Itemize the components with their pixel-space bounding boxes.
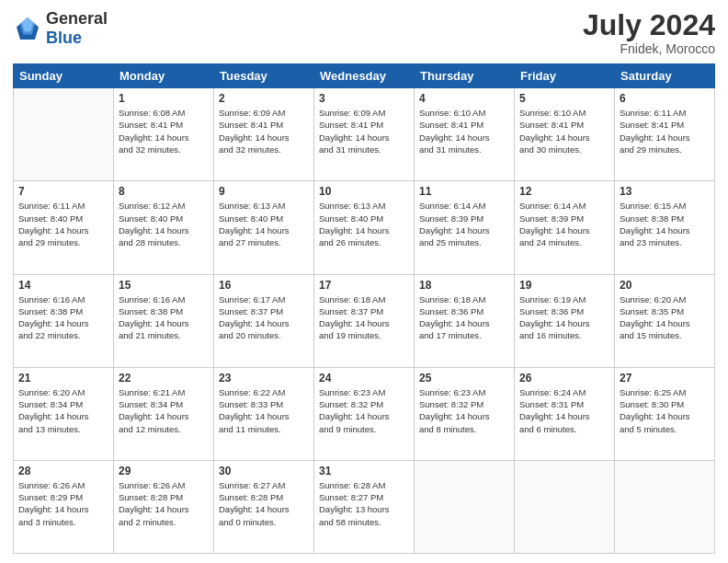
calendar-cell: 29Sunrise: 6:26 AM Sunset: 8:28 PM Dayli… <box>114 460 214 553</box>
calendar-cell: 2Sunrise: 6:09 AM Sunset: 8:41 PM Daylig… <box>214 88 314 181</box>
day-info: Sunrise: 6:25 AM Sunset: 8:30 PM Dayligh… <box>620 386 710 435</box>
day-number: 23 <box>219 372 309 385</box>
day-info: Sunrise: 6:16 AM Sunset: 8:38 PM Dayligh… <box>18 293 108 342</box>
day-number: 8 <box>119 185 209 198</box>
calendar-cell: 3Sunrise: 6:09 AM Sunset: 8:41 PM Daylig… <box>314 88 415 181</box>
day-info: Sunrise: 6:18 AM Sunset: 8:37 PM Dayligh… <box>319 293 409 342</box>
day-info: Sunrise: 6:21 AM Sunset: 8:34 PM Dayligh… <box>119 386 209 435</box>
calendar-week-4: 21Sunrise: 6:20 AM Sunset: 8:34 PM Dayli… <box>14 367 715 460</box>
col-monday: Monday <box>114 64 214 88</box>
calendar-cell: 5Sunrise: 6:10 AM Sunset: 8:41 PM Daylig… <box>515 88 615 181</box>
calendar-week-2: 7Sunrise: 6:11 AM Sunset: 8:40 PM Daylig… <box>14 181 715 274</box>
day-info: Sunrise: 6:19 AM Sunset: 8:36 PM Dayligh… <box>519 293 609 342</box>
header: General Blue July 2024 Fnidek, Morocco <box>13 9 715 56</box>
calendar-cell: 1Sunrise: 6:08 AM Sunset: 8:41 PM Daylig… <box>114 88 214 181</box>
calendar-cell: 16Sunrise: 6:17 AM Sunset: 8:37 PM Dayli… <box>214 274 314 367</box>
calendar-cell: 23Sunrise: 6:22 AM Sunset: 8:33 PM Dayli… <box>214 367 314 460</box>
day-number: 7 <box>18 185 108 198</box>
day-number: 1 <box>119 92 209 105</box>
col-tuesday: Tuesday <box>214 64 314 88</box>
calendar-cell: 8Sunrise: 6:12 AM Sunset: 8:40 PM Daylig… <box>114 181 214 274</box>
calendar-week-3: 14Sunrise: 6:16 AM Sunset: 8:38 PM Dayli… <box>14 274 715 367</box>
col-saturday: Saturday <box>615 64 715 88</box>
calendar-cell: 21Sunrise: 6:20 AM Sunset: 8:34 PM Dayli… <box>14 367 114 460</box>
calendar-cell: 22Sunrise: 6:21 AM Sunset: 8:34 PM Dayli… <box>114 367 214 460</box>
day-number: 11 <box>419 185 509 198</box>
day-number: 25 <box>419 372 509 385</box>
header-row: Sunday Monday Tuesday Wednesday Thursday… <box>14 64 715 88</box>
calendar-cell: 28Sunrise: 6:26 AM Sunset: 8:29 PM Dayli… <box>14 460 114 553</box>
day-number: 9 <box>219 185 309 198</box>
day-number: 21 <box>18 372 108 385</box>
calendar-cell: 20Sunrise: 6:20 AM Sunset: 8:35 PM Dayli… <box>615 274 715 367</box>
day-info: Sunrise: 6:28 AM Sunset: 8:27 PM Dayligh… <box>319 479 409 528</box>
calendar-week-5: 28Sunrise: 6:26 AM Sunset: 8:29 PM Dayli… <box>14 460 715 553</box>
calendar-cell: 15Sunrise: 6:16 AM Sunset: 8:38 PM Dayli… <box>114 274 214 367</box>
calendar-cell: 25Sunrise: 6:23 AM Sunset: 8:32 PM Dayli… <box>415 367 515 460</box>
day-number: 5 <box>519 92 609 105</box>
day-info: Sunrise: 6:24 AM Sunset: 8:31 PM Dayligh… <box>519 386 609 435</box>
day-info: Sunrise: 6:13 AM Sunset: 8:40 PM Dayligh… <box>319 200 409 248</box>
calendar-cell <box>615 460 715 553</box>
day-number: 2 <box>219 92 309 105</box>
day-info: Sunrise: 6:17 AM Sunset: 8:37 PM Dayligh… <box>219 293 309 342</box>
day-number: 13 <box>620 185 710 198</box>
day-number: 3 <box>319 92 409 105</box>
day-info: Sunrise: 6:09 AM Sunset: 8:41 PM Dayligh… <box>219 107 309 155</box>
calendar-cell <box>515 460 615 553</box>
day-number: 31 <box>319 465 409 477</box>
day-info: Sunrise: 6:22 AM Sunset: 8:33 PM Dayligh… <box>219 386 309 435</box>
day-info: Sunrise: 6:16 AM Sunset: 8:38 PM Dayligh… <box>119 293 209 342</box>
day-info: Sunrise: 6:08 AM Sunset: 8:41 PM Dayligh… <box>119 107 209 155</box>
page: General Blue July 2024 Fnidek, Morocco S… <box>0 0 728 563</box>
day-info: Sunrise: 6:18 AM Sunset: 8:36 PM Dayligh… <box>419 293 509 342</box>
calendar-cell: 19Sunrise: 6:19 AM Sunset: 8:36 PM Dayli… <box>515 274 615 367</box>
day-number: 17 <box>319 279 409 292</box>
calendar-cell: 30Sunrise: 6:27 AM Sunset: 8:28 PM Dayli… <box>214 460 314 553</box>
logo-icon <box>13 14 42 43</box>
calendar-cell: 18Sunrise: 6:18 AM Sunset: 8:36 PM Dayli… <box>415 274 515 367</box>
calendar-cell: 17Sunrise: 6:18 AM Sunset: 8:37 PM Dayli… <box>314 274 415 367</box>
day-info: Sunrise: 6:10 AM Sunset: 8:41 PM Dayligh… <box>519 107 609 155</box>
day-info: Sunrise: 6:27 AM Sunset: 8:28 PM Dayligh… <box>219 479 309 528</box>
day-info: Sunrise: 6:23 AM Sunset: 8:32 PM Dayligh… <box>419 386 509 435</box>
day-info: Sunrise: 6:13 AM Sunset: 8:40 PM Dayligh… <box>219 200 309 248</box>
day-info: Sunrise: 6:12 AM Sunset: 8:40 PM Dayligh… <box>119 200 209 248</box>
day-number: 4 <box>419 92 509 105</box>
day-info: Sunrise: 6:11 AM Sunset: 8:40 PM Dayligh… <box>18 200 108 248</box>
day-info: Sunrise: 6:20 AM Sunset: 8:34 PM Dayligh… <box>18 386 108 435</box>
calendar-cell: 13Sunrise: 6:15 AM Sunset: 8:38 PM Dayli… <box>615 181 715 274</box>
day-number: 26 <box>519 372 609 385</box>
month-year: July 2024 <box>583 9 715 41</box>
calendar-cell: 6Sunrise: 6:11 AM Sunset: 8:41 PM Daylig… <box>615 88 715 181</box>
day-number: 14 <box>18 279 108 292</box>
day-number: 16 <box>219 279 309 292</box>
calendar-cell: 12Sunrise: 6:14 AM Sunset: 8:39 PM Dayli… <box>515 181 615 274</box>
day-number: 12 <box>519 185 609 198</box>
col-wednesday: Wednesday <box>314 64 415 88</box>
day-number: 24 <box>319 372 409 385</box>
calendar-cell: 7Sunrise: 6:11 AM Sunset: 8:40 PM Daylig… <box>14 181 114 274</box>
day-info: Sunrise: 6:26 AM Sunset: 8:29 PM Dayligh… <box>18 479 108 528</box>
calendar-cell: 4Sunrise: 6:10 AM Sunset: 8:41 PM Daylig… <box>415 88 515 181</box>
day-number: 28 <box>18 465 108 477</box>
calendar-cell: 24Sunrise: 6:23 AM Sunset: 8:32 PM Dayli… <box>314 367 415 460</box>
day-info: Sunrise: 6:20 AM Sunset: 8:35 PM Dayligh… <box>620 293 710 342</box>
day-number: 18 <box>419 279 509 292</box>
calendar-cell: 10Sunrise: 6:13 AM Sunset: 8:40 PM Dayli… <box>314 181 415 274</box>
calendar-table: Sunday Monday Tuesday Wednesday Thursday… <box>13 63 715 554</box>
col-friday: Friday <box>515 64 615 88</box>
day-info: Sunrise: 6:14 AM Sunset: 8:39 PM Dayligh… <box>419 200 509 248</box>
calendar-cell: 9Sunrise: 6:13 AM Sunset: 8:40 PM Daylig… <box>214 181 314 274</box>
day-info: Sunrise: 6:15 AM Sunset: 8:38 PM Dayligh… <box>620 200 710 248</box>
title-block: July 2024 Fnidek, Morocco <box>583 9 715 56</box>
col-thursday: Thursday <box>415 64 515 88</box>
logo-text: General Blue <box>46 9 108 48</box>
day-info: Sunrise: 6:10 AM Sunset: 8:41 PM Dayligh… <box>419 107 509 155</box>
calendar-header: Sunday Monday Tuesday Wednesday Thursday… <box>14 64 715 88</box>
day-number: 19 <box>519 279 609 292</box>
calendar-cell <box>415 460 515 553</box>
day-number: 15 <box>119 279 209 292</box>
calendar-cell: 11Sunrise: 6:14 AM Sunset: 8:39 PM Dayli… <box>415 181 515 274</box>
day-info: Sunrise: 6:26 AM Sunset: 8:28 PM Dayligh… <box>119 479 209 528</box>
